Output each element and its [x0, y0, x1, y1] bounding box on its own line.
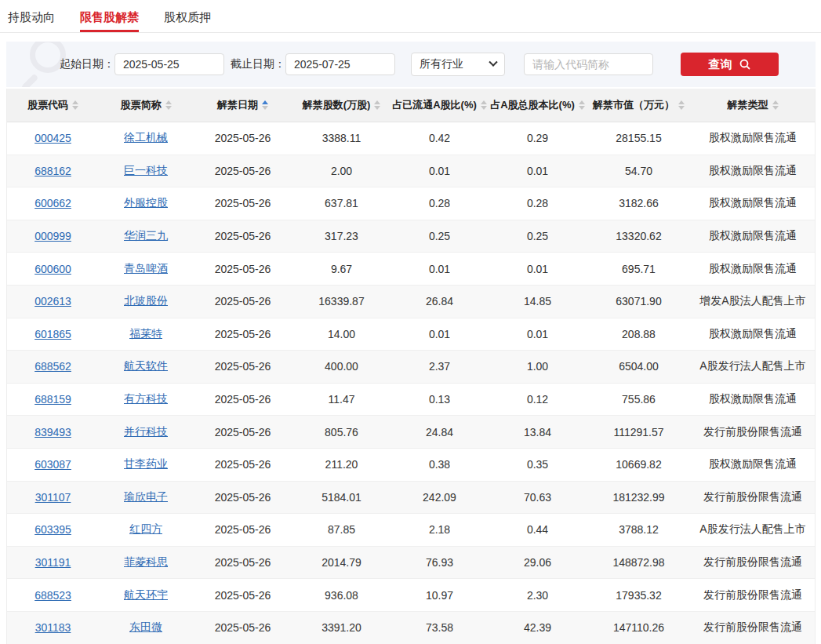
filter-bar: 起始日期： 截止日期： 所有行业 查询 [6, 42, 816, 87]
stock-name-link[interactable]: 甘李药业 [124, 457, 168, 471]
end-date-input[interactable] [285, 53, 395, 75]
cell-unlock-type: 股权激励限售流通 [691, 187, 815, 220]
sort-arrows-icon[interactable] [481, 100, 487, 110]
page: 持股动向 限售股解禁 股权质押 起始日期： 截止日期： 所有行业 查询 股票代码… [0, 0, 821, 644]
table-header-row: 股票代码股票简称解禁日期解禁股数(万股)占已流通A股比(%)占A股总股本比(%)… [7, 89, 815, 122]
query-button[interactable]: 查询 [681, 53, 779, 76]
stock-code-link[interactable]: 301107 [35, 491, 71, 504]
stock-name-link[interactable]: 华润三九 [124, 229, 168, 243]
sort-arrows-icon[interactable] [374, 100, 380, 110]
stock-name-link[interactable]: 东田微 [129, 620, 162, 635]
table-cell: 301107 [7, 482, 99, 514]
cell-market-value: 3788.12 [587, 514, 691, 546]
industry-select-value: 所有行业 [420, 57, 463, 71]
stock-code-link[interactable]: 688523 [35, 589, 71, 602]
cell-pct-total-a: 13.84 [489, 416, 587, 448]
table-cell: 839493 [7, 416, 99, 448]
stock-code-link[interactable]: 688159 [35, 393, 71, 406]
cell-unlock-type: 发行前股份限售流通 [691, 482, 815, 514]
stock-name-link[interactable]: 菲菱科思 [124, 555, 168, 569]
stock-name-link[interactable]: 外服控股 [124, 196, 168, 210]
chevron-down-icon [489, 58, 497, 67]
table-cell: 瑜欣电子 [99, 482, 193, 514]
stock-name-link[interactable]: 北玻股份 [124, 294, 168, 308]
cell-pct-float-a: 0.01 [391, 253, 489, 285]
stock-code-link[interactable]: 000425 [35, 132, 71, 144]
stock-code-link[interactable]: 839493 [35, 426, 71, 438]
stock-name-link[interactable]: 巨一科技 [124, 164, 168, 178]
start-date-input[interactable] [114, 53, 224, 75]
sort-arrows-icon[interactable] [772, 100, 779, 110]
cell-pct-total-a: 0.28 [489, 187, 587, 220]
column-header-name[interactable]: 股票简称 [99, 89, 193, 122]
column-header-code[interactable]: 股票代码 [7, 89, 99, 122]
stock-name-link[interactable]: 有方科技 [124, 392, 168, 406]
stock-code-link[interactable]: 688562 [35, 360, 71, 373]
cell-market-value: 111291.57 [587, 416, 691, 448]
cell-market-value: 28155.15 [587, 122, 691, 155]
table-cell: 600600 [7, 253, 99, 285]
stock-code-link[interactable]: 603395 [35, 523, 71, 536]
column-header-date[interactable]: 解禁日期 [193, 89, 292, 122]
sort-arrows-icon[interactable] [579, 100, 585, 110]
cell-pct-total-a: 0.35 [489, 449, 587, 481]
tab-holding-trends[interactable]: 持股动向 [8, 9, 55, 32]
stock-code-link[interactable]: 002613 [35, 295, 71, 307]
cell-pct-float-a: 2.37 [391, 351, 489, 383]
stock-code-link[interactable]: 600662 [35, 197, 71, 209]
column-label: 股票代码 [27, 99, 68, 112]
stock-code-link[interactable]: 603087 [35, 458, 71, 471]
cell-pct-total-a: 0.01 [489, 155, 587, 187]
industry-select[interactable]: 所有行业 [411, 53, 505, 76]
column-header-market_value[interactable]: 解禁市值（万元） [587, 89, 691, 122]
tab-restricted-share-unlock[interactable]: 限售股解禁 [80, 9, 139, 32]
stock-name-link[interactable]: 福莱特 [129, 327, 162, 341]
cell-market-value: 63071.90 [587, 286, 691, 318]
stock-name-link[interactable]: 徐工机械 [124, 131, 168, 145]
column-header-pct_total[interactable]: 占A股总股本比(%) [489, 89, 587, 122]
tab-equity-pledge[interactable]: 股权质押 [164, 9, 211, 32]
sort-arrows-icon[interactable] [262, 100, 268, 110]
stock-code-link[interactable]: 301191 [35, 556, 71, 569]
stock-name-link[interactable]: 红四方 [129, 522, 162, 537]
stock-name-link[interactable]: 航天软件 [124, 359, 168, 373]
stock-name-link[interactable]: 青岛啤酒 [124, 262, 168, 276]
column-label: 占已流通A股比(%) [392, 99, 477, 112]
cell-unlock-type: 股权激励限售流通 [691, 220, 815, 253]
end-date-label: 截止日期： [231, 57, 285, 71]
stock-code-link[interactable]: 301183 [35, 621, 71, 634]
table-body: 000425徐工机械2025-05-263388.110.420.2928155… [7, 122, 815, 644]
column-header-type[interactable]: 解禁类型 [691, 89, 815, 122]
sort-arrows-icon[interactable] [678, 100, 685, 110]
stock-name-link[interactable]: 瑜欣电子 [124, 490, 168, 504]
table-cell: 有方科技 [99, 384, 193, 416]
table-cell: 301183 [7, 612, 99, 644]
cell-unlock-date: 2025-05-26 [193, 318, 292, 351]
cell-unlock-date: 2025-05-26 [193, 187, 292, 220]
table-row: 600662外服控股2025-05-26637.810.280.283182.6… [7, 187, 815, 220]
table-cell: 巨一科技 [99, 155, 193, 187]
stock-code-link[interactable]: 601865 [35, 328, 71, 340]
cell-unlock-date: 2025-05-26 [193, 351, 292, 383]
cell-unlock-date: 2025-05-26 [193, 482, 292, 514]
column-header-pct_float[interactable]: 占已流通A股比(%) [391, 89, 489, 122]
code-search-input[interactable] [524, 53, 653, 75]
table-cell: 菲菱科思 [99, 547, 193, 579]
stock-code-link[interactable]: 688162 [35, 165, 71, 177]
column-header-shares[interactable]: 解禁股数(万股) [292, 89, 391, 122]
stock-name-link[interactable]: 航天环宇 [124, 588, 168, 602]
table-cell: 603087 [7, 449, 99, 481]
cell-pct-float-a: 0.25 [391, 220, 489, 253]
sort-arrows-icon[interactable] [72, 100, 78, 110]
cell-pct-float-a: 76.93 [391, 547, 489, 579]
start-date-label: 起始日期： [60, 57, 114, 71]
stock-name-link[interactable]: 并行科技 [124, 425, 168, 439]
stock-code-link[interactable]: 600600 [35, 263, 71, 275]
cell-unlock-shares: 9.67 [292, 253, 391, 285]
table-cell: 601865 [7, 318, 99, 351]
cell-pct-total-a: 0.12 [489, 384, 587, 416]
cell-unlock-shares: 400.00 [292, 351, 391, 383]
cell-unlock-shares: 11.47 [292, 384, 391, 416]
stock-code-link[interactable]: 000999 [35, 230, 71, 242]
sort-arrows-icon[interactable] [165, 100, 172, 110]
